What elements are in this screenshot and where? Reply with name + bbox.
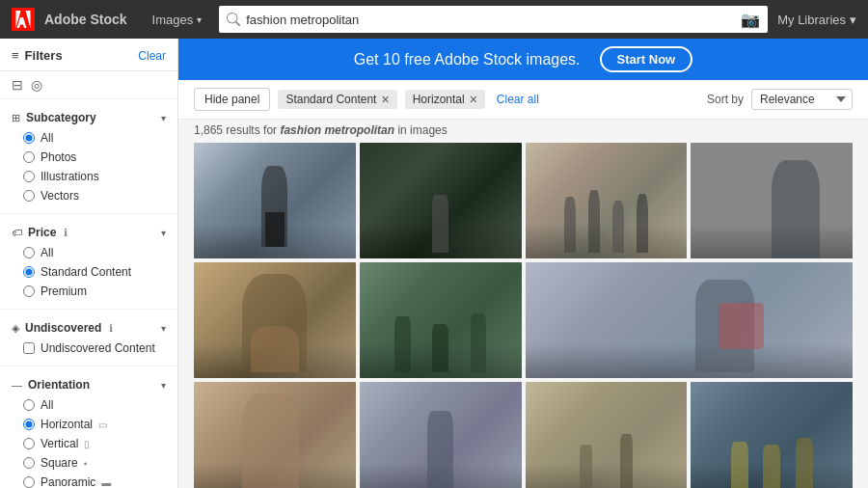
orientation-title: Orientation [28,378,90,392]
price-option-premium[interactable]: Premium [0,282,177,301]
image-grid [178,143,868,488]
clear-filters-button[interactable]: Clear [138,49,166,63]
price-info-icon: ℹ [64,227,68,239]
image-item-5[interactable] [194,262,356,378]
orientation-section: — Orientation ▾ All Horizontal ▭ Vertica… [0,366,177,488]
orientation-option-square[interactable]: Square ▪ [0,453,177,473]
price-header[interactable]: 🏷 Price ℹ ▾ [0,222,177,243]
price-option-all[interactable]: All [0,243,177,262]
my-libraries-button[interactable]: My Libraries ▾ [777,13,856,27]
square-icon: ▪ [84,458,88,469]
price-option-standard[interactable]: Standard Content [0,262,177,282]
sidebar: ≡ Filters Clear ⊟ ◎ ⊞ Subcategory ▾ All … [0,39,178,488]
search-input[interactable] [246,13,735,27]
subcategory-option-vectors[interactable]: Vectors [0,186,177,205]
sort-select[interactable]: Relevance Most Popular Newest [751,89,853,110]
panoramic-icon: ▬ [101,477,111,488]
main-layout: ≡ Filters Clear ⊟ ◎ ⊞ Subcategory ▾ All … [0,39,868,488]
brand-title: Adobe Stock [44,12,127,27]
subcategory-option-photos[interactable]: Photos [0,148,177,167]
image-item-1[interactable] [194,143,356,258]
undiscovered-header[interactable]: ◈ Undiscovered ℹ ▾ [0,317,177,339]
image-item-3[interactable] [526,143,688,258]
filter-tag-horizontal: Horizontal × [405,90,485,109]
image-item-8[interactable] [194,382,356,488]
sidebar-tool-icon-1[interactable]: ⊟ [12,77,23,93]
orientation-option-horizontal[interactable]: Horizontal ▭ [0,415,177,434]
sort-label: Sort by [707,93,744,106]
sidebar-tool-icon-2[interactable]: ◎ [31,77,42,93]
orientation-option-vertical[interactable]: Vertical ▯ [0,434,177,453]
subcategory-title: Subcategory [26,111,96,124]
undiscovered-icon: ◈ [12,322,19,335]
images-chevron-icon: ▾ [197,14,202,25]
price-title: Price [28,226,56,239]
sidebar-tools: ⊟ ◎ [0,71,177,99]
sidebar-filters-title: Filters [25,48,63,63]
filter-tag-standard-content: Standard Content × [278,90,396,109]
orientation-header[interactable]: — Orientation ▾ [0,374,177,395]
undiscovered-chevron-icon: ▾ [161,323,166,334]
results-count: 1,865 results for fashion metropolitan i… [194,123,448,137]
subcategory-icon: ⊞ [12,112,20,124]
orientation-chevron-icon: ▾ [161,380,166,391]
image-item-2[interactable] [360,143,522,258]
hide-panel-button[interactable]: Hide panel [194,88,270,111]
orientation-option-panoramic[interactable]: Panoramic ▬ [0,473,177,488]
orientation-icon: — [12,379,22,391]
search-bar: 📷 [219,6,768,33]
subcategory-chevron-icon: ▾ [161,113,166,123]
orientation-option-all[interactable]: All [0,395,177,415]
remove-horizontal-tag-button[interactable]: × [470,93,477,106]
price-chevron-icon: ▾ [161,228,166,238]
image-item-7[interactable] [526,262,854,378]
clear-all-button[interactable]: Clear all [497,93,539,106]
start-now-button[interactable]: Start Now [600,46,693,72]
undiscovered-info-icon: ℹ [109,322,113,335]
image-item-11[interactable] [691,382,853,488]
undiscovered-title: Undiscovered [25,321,101,335]
results-info: 1,865 results for fashion metropolitan i… [178,120,868,143]
subcategory-section: ⊞ Subcategory ▾ All Photos Illustrations… [0,99,177,214]
subcategory-option-all[interactable]: All [0,128,177,148]
image-item-6[interactable] [360,262,522,378]
price-section: 🏷 Price ℹ ▾ All Standard Content Premium [0,214,177,310]
libraries-chevron-icon: ▾ [850,13,856,27]
subcategory-option-illustrations[interactable]: Illustrations [0,167,177,186]
filter-bar: Hide panel Standard Content × Horizontal… [178,80,868,120]
undiscovered-option[interactable]: Undiscovered Content [0,339,177,358]
camera-icon[interactable]: 📷 [741,11,760,29]
adobe-logo-icon [12,8,35,31]
undiscovered-section: ◈ Undiscovered ℹ ▾ Undiscovered Content [0,310,177,366]
filter-lines-icon: ≡ [12,48,19,63]
sort-area: Sort by Relevance Most Popular Newest [707,89,853,110]
vertical-icon: ▯ [84,439,90,449]
images-dropdown-button[interactable]: Images ▾ [145,9,210,31]
price-icon: 🏷 [12,227,22,238]
image-item-9[interactable] [360,382,522,488]
sidebar-header: ≡ Filters Clear [0,39,177,71]
image-item-4[interactable] [691,143,853,258]
horizontal-icon: ▭ [98,420,107,430]
promo-text: Get 10 free Adobe Stock images. [354,51,581,68]
image-item-10[interactable] [526,382,688,488]
top-header: Adobe Stock Images ▾ 📷 My Libraries ▾ [0,0,868,39]
remove-standard-content-tag-button[interactable]: × [381,93,389,106]
search-icon [227,13,240,26]
content-area: Get 10 free Adobe Stock images. Start No… [178,39,868,488]
subcategory-header[interactable]: ⊞ Subcategory ▾ [0,107,177,128]
promo-banner: Get 10 free Adobe Stock images. Start No… [178,39,868,80]
